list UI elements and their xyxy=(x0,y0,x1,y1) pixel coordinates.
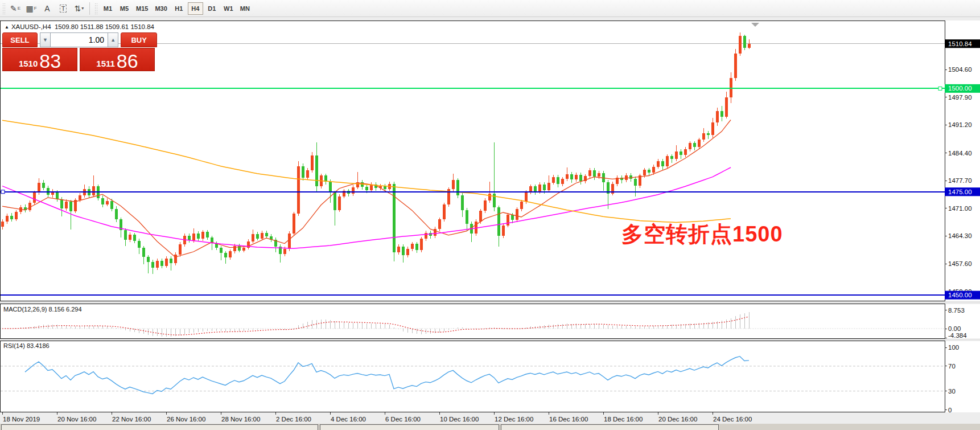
buy-price-pips: 86 xyxy=(117,52,138,70)
chart-tab[interactable] xyxy=(1,424,318,430)
chart-text-annotation[interactable]: 多空转折点1500 xyxy=(621,220,783,249)
price-marker-label: 1475.00 xyxy=(948,189,972,195)
time-axis-label: 16 Dec 16:00 xyxy=(549,416,588,423)
sell-price-base: 1510 xyxy=(19,59,38,68)
toolbar-separator xyxy=(89,2,90,15)
equidistant-channel-tool-glyph: ✎ xyxy=(10,5,17,13)
timeframe-button-m15[interactable]: M15 xyxy=(133,2,151,15)
collapse-icon[interactable]: ▲ xyxy=(5,24,9,30)
icon-subscript: F xyxy=(34,6,37,11)
text-tool-glyph: A xyxy=(44,5,50,13)
toolbar-drag-handle[interactable] xyxy=(2,3,6,14)
rsi-tick-label: 70 xyxy=(948,363,956,370)
time-axis-label: 10 Dec 16:00 xyxy=(440,416,479,423)
fibonacci-retracement-tool-icon[interactable]: ▦F xyxy=(24,2,39,15)
text-label-tool-glyph: T xyxy=(60,5,67,13)
macd-tick-label: -4.384 xyxy=(948,332,967,339)
timeframe-button-m30[interactable]: M30 xyxy=(152,2,170,15)
rsi-tick-label: 30 xyxy=(948,388,956,395)
price-tick-label: 1477.70 xyxy=(948,177,972,184)
time-axis-label: 20 Nov 16:00 xyxy=(57,416,96,423)
equidistant-channel-tool-icon[interactable]: ✎E xyxy=(8,2,23,15)
timeframe-button-d1[interactable]: D1 xyxy=(204,2,220,15)
macd-tick-label: 8.753 xyxy=(948,307,965,314)
chart-tab[interactable] xyxy=(501,424,718,430)
time-axis-label: 18 Dec 16:00 xyxy=(604,416,643,423)
volume-increase-button[interactable]: ▲ xyxy=(108,32,118,47)
arrow-objects-tool-glyph: ⇅ xyxy=(75,5,81,13)
price-tick-label: 1457.60 xyxy=(948,260,972,267)
sell-price-pips: 83 xyxy=(39,52,61,70)
chart-tab[interactable] xyxy=(320,424,499,430)
rsi-tick-label: 0 xyxy=(948,407,952,413)
time-axis-label: 2 Dec 16:00 xyxy=(276,416,311,423)
mt4-window: 1504.601497.901491.201484.401477.701471.… xyxy=(0,0,980,430)
text-label-tool-icon[interactable]: T xyxy=(56,2,71,15)
timeframe-button-w1[interactable]: W1 xyxy=(221,2,236,15)
panel-gap xyxy=(0,301,980,304)
timeframe-button-h4[interactable]: H4 xyxy=(188,2,203,15)
timeframe-buttons-group: M1M5M15M30H1H4D1W1MN xyxy=(100,0,253,17)
price-tick-label: 1504.60 xyxy=(948,66,972,73)
price-tick-label: 1497.90 xyxy=(948,94,972,101)
time-axis-label: 22 Nov 16:00 xyxy=(112,416,151,423)
time-axis-label: 4 Dec 16:00 xyxy=(331,416,366,423)
price-tick-label: 1491.20 xyxy=(948,121,972,128)
toolbar-drag-handle[interactable] xyxy=(94,3,98,14)
rsi-indicator-label: RSI(14) 83.4186 xyxy=(3,342,50,349)
sell-price-box[interactable]: 1510 83 xyxy=(2,48,77,71)
text-tool-icon[interactable]: A xyxy=(40,2,55,15)
time-axis-label: 18 Nov 2019 xyxy=(3,416,40,423)
drawing-tools-group: ✎E▦FAT⇅▾ xyxy=(7,0,87,17)
icon-subscript: E xyxy=(18,6,20,11)
macd-tick-label: 0.00 xyxy=(948,325,961,332)
volume-input[interactable] xyxy=(51,32,108,47)
icon-subscript: ▾ xyxy=(81,6,84,11)
price-tick-label: 1464.30 xyxy=(948,232,972,239)
timeframe-button-m5[interactable]: M5 xyxy=(117,2,132,15)
timeframe-button-m1[interactable]: M1 xyxy=(100,2,116,15)
panel-gap xyxy=(0,339,980,341)
buy-button[interactable]: BUY xyxy=(121,32,157,47)
time-axis-label: 28 Nov 16:00 xyxy=(221,416,260,423)
timeframe-button-h1[interactable]: H1 xyxy=(171,2,187,15)
arrow-objects-tool-icon[interactable]: ⇅▾ xyxy=(72,2,87,15)
fibonacci-retracement-tool-glyph: ▦ xyxy=(26,5,33,13)
time-axis-label: 24 Dec 16:00 xyxy=(713,416,752,423)
time-axis-label: 12 Dec 16:00 xyxy=(495,416,533,423)
buy-price-base: 1511 xyxy=(96,59,115,68)
macd-indicator-label: MACD(12,26,9) 8.156 6.294 xyxy=(3,306,82,313)
price-tick-label: 1484.40 xyxy=(948,150,972,157)
toolbar: ✎E▦FAT⇅▾ M1M5M15M30H1H4D1W1MN xyxy=(0,0,980,17)
price-marker-label: 1500.00 xyxy=(948,85,972,92)
rsi-tick-label: 100 xyxy=(948,344,959,351)
time-axis-label: 20 Dec 16:00 xyxy=(658,416,697,423)
price-marker-label: 1510.84 xyxy=(948,40,972,47)
time-axis-label: 26 Nov 16:00 xyxy=(167,416,205,423)
volume-decrease-button[interactable]: ▼ xyxy=(40,32,51,47)
symbol-ohlc-text: XAUUSD-,H4 1509.80 1511.88 1509.61 1510.… xyxy=(11,23,154,30)
price-marker-label: 1450.00 xyxy=(948,292,972,298)
timeframe-button-mn[interactable]: MN xyxy=(237,2,253,15)
price-tick-label: 1471.00 xyxy=(948,205,972,212)
chart-symbol-header: ▲XAUUSD-,H4 1509.80 1511.88 1509.61 1510… xyxy=(5,23,154,30)
time-axis-label: 6 Dec 16:00 xyxy=(385,416,421,423)
buy-price-box[interactable]: 1511 86 xyxy=(80,48,155,71)
sell-button[interactable]: SELL xyxy=(2,32,38,47)
one-click-trading-panel: SELL ▼ ▲ BUY 1510 83 1511 86 xyxy=(2,32,157,71)
